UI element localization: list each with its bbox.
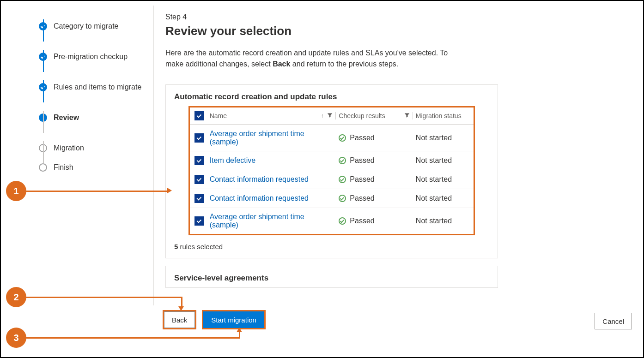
rules-panel-title: Automatic record creation and update rul… (166, 85, 498, 106)
checkbox-checked-icon[interactable] (194, 216, 204, 226)
wizard-stepper: Category to migrate Pre-migration checku… (39, 11, 141, 172)
step-label: Review (54, 113, 79, 122)
col-separator (413, 112, 413, 119)
migration-status: Not started (416, 134, 469, 142)
table-header: Name ↑ Checkup results (190, 107, 474, 125)
rules-table: Name ↑ Checkup results (188, 106, 475, 235)
step-connector (43, 50, 44, 72)
page-description: Here are the automatic record creation a… (165, 48, 461, 70)
vertical-divider (153, 6, 154, 305)
rule-link[interactable]: Contact information requested (210, 175, 309, 184)
step-connector (43, 111, 44, 133)
table-row[interactable]: Contact information requested Passed Not… (190, 170, 474, 189)
step-migration: Migration (39, 133, 141, 163)
step-label: Finish (54, 163, 73, 172)
cancel-button[interactable]: Cancel (595, 313, 632, 329)
desc-text: and return to the previous steps. (290, 60, 398, 68)
step-category[interactable]: Category to migrate (39, 11, 141, 42)
circle-icon (39, 163, 47, 172)
step-rules[interactable]: Rules and items to migrate (39, 72, 141, 102)
step-connector (43, 19, 44, 42)
checkup-result: Passed (350, 194, 374, 203)
col-header-name[interactable]: Name ↑ (210, 112, 333, 119)
count-text: rules selected (178, 243, 223, 251)
step-label: Rules and items to migrate (54, 83, 141, 91)
col-label: Name (210, 112, 227, 119)
rule-link[interactable]: Average order shipment time (sample) (210, 213, 333, 229)
step-connector (43, 80, 44, 102)
table-row[interactable]: Average order shipment time (sample) Pas… (190, 208, 474, 234)
checkbox-checked-icon[interactable] (194, 156, 204, 165)
callout-3-line-h (26, 337, 240, 339)
passed-icon (339, 195, 346, 202)
start-migration-button[interactable]: Start migration (203, 311, 264, 328)
desc-bold: Back (273, 60, 290, 68)
step-label: Pre-migration checkup (54, 53, 128, 61)
checkup-result: Passed (350, 134, 374, 142)
page-title: Review your selection (165, 24, 498, 38)
passed-icon (339, 217, 346, 225)
filter-icon[interactable] (327, 113, 333, 119)
migration-status: Not started (416, 217, 469, 225)
callout-3: 3 (6, 328, 26, 348)
callout-2-line-v (181, 297, 182, 307)
back-button[interactable]: Back (164, 311, 195, 328)
checkup-result: Passed (350, 217, 374, 225)
sla-panel: Service-level agreements (165, 266, 498, 288)
arrow-up-icon (237, 328, 242, 332)
rule-link[interactable]: Item defective (210, 156, 256, 165)
footer-actions: Back Start migration (163, 310, 266, 329)
table-row[interactable]: Contact information requested Passed Not… (190, 189, 474, 208)
step-review[interactable]: Review (39, 102, 141, 133)
checkbox-checked-icon[interactable] (194, 194, 204, 203)
col-header-checkup[interactable]: Checkup results (339, 112, 410, 119)
select-all[interactable] (194, 111, 210, 120)
filter-icon[interactable] (404, 113, 410, 119)
checkbox-checked-icon[interactable] (194, 175, 204, 184)
main-content: Step 4 Review your selection Here are th… (165, 13, 498, 288)
callout-3-line-v (239, 331, 240, 339)
col-label: Checkup results (339, 112, 385, 119)
passed-icon (339, 134, 346, 142)
step-premigration[interactable]: Pre-migration checkup (39, 42, 141, 72)
checkbox-checked-icon (194, 111, 204, 120)
checkup-result: Passed (350, 156, 374, 165)
migration-status: Not started (416, 175, 469, 184)
sort-asc-icon[interactable]: ↑ (321, 113, 323, 119)
checkup-result: Passed (350, 175, 374, 184)
col-header-migration[interactable]: Migration status (416, 112, 469, 119)
callout-highlight-back: Back (163, 310, 196, 329)
migration-status: Not started (416, 156, 469, 165)
callout-highlight-start: Start migration (202, 310, 266, 329)
col-separator (335, 112, 336, 119)
table-row[interactable]: Item defective Passed Not started (190, 151, 474, 170)
callout-1: 1 (6, 181, 26, 201)
arrow-down-icon (178, 306, 184, 311)
step-finish: Finish (39, 163, 141, 172)
rule-link[interactable]: Average order shipment time (sample) (210, 130, 333, 146)
passed-icon (339, 157, 346, 164)
callout-2-line-h (26, 297, 182, 298)
step-number: Step 4 (165, 13, 498, 21)
rules-panel: Automatic record creation and update rul… (165, 84, 498, 258)
selection-count: 5 rules selected (166, 235, 498, 258)
migration-status: Not started (416, 194, 469, 203)
col-label: Migration status (416, 112, 462, 119)
step-connector (43, 141, 44, 163)
callout-1-line (26, 191, 168, 192)
sla-panel-title: Service-level agreements (166, 266, 498, 287)
arrow-right-icon (167, 188, 172, 193)
step-label: Migration (54, 144, 84, 152)
table-row[interactable]: Average order shipment time (sample) Pas… (190, 125, 474, 151)
rule-link[interactable]: Contact information requested (210, 194, 309, 203)
step-label: Category to migrate (54, 22, 119, 30)
checkbox-checked-icon[interactable] (194, 133, 204, 143)
passed-icon (339, 176, 346, 183)
callout-2: 2 (6, 287, 26, 307)
